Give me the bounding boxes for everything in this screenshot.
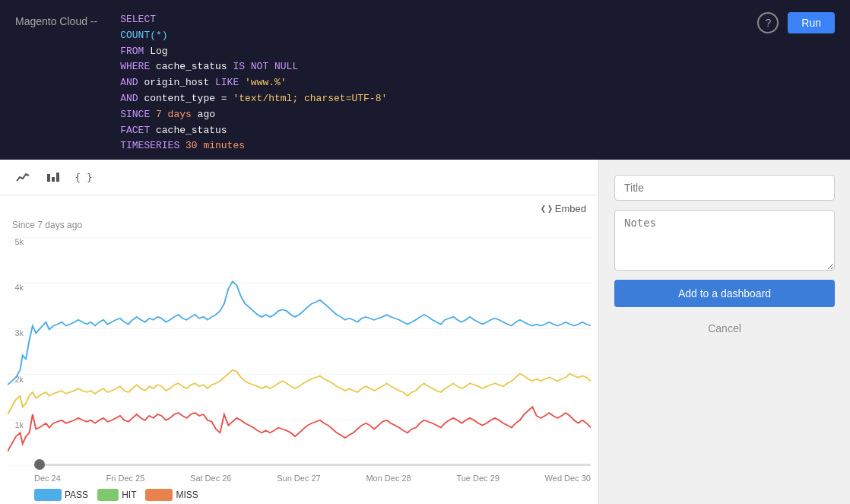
legend-miss-label: MISS (176, 490, 198, 500)
legend-miss-color (145, 489, 173, 501)
x-label-dec28: Mon Dec 28 (366, 474, 411, 483)
embed-button[interactable]: Embed (541, 203, 586, 214)
notes-textarea[interactable] (614, 210, 835, 271)
add-dashboard-button[interactable]: Add to a dashboard (614, 280, 835, 307)
x-label-dec27: Sun Dec 27 (277, 474, 320, 483)
legend-pass-color (34, 489, 62, 501)
scrubber-handle[interactable] (34, 459, 45, 470)
legend-hit-label: HIT (122, 490, 136, 500)
run-button[interactable]: Run (788, 12, 835, 33)
toolbar-actions: ? Run (757, 12, 835, 33)
x-label-dec25: Fri Dec 25 (106, 474, 145, 483)
chart-visualization (8, 237, 591, 466)
scrubber-track (34, 464, 591, 466)
chart-area: Embed Since 7 days ago 5k 4k 3k 2k 1k (0, 195, 598, 504)
legend-item-pass: PASS (34, 489, 88, 501)
embed-label: Embed (555, 203, 586, 214)
legend-hit-color (97, 489, 119, 501)
svg-rect-1 (52, 177, 55, 182)
x-label-dec29: Tue Dec 29 (456, 474, 499, 483)
account-title: Magento Cloud -- (15, 12, 97, 27)
since-label: Since 7 days ago (12, 220, 82, 230)
x-label-dec26: Sat Dec 26 (190, 474, 231, 483)
x-axis-labels: Dec 24 Fri Dec 25 Sat Dec 26 Sun Dec 27 … (34, 474, 591, 483)
svg-rect-2 (56, 173, 59, 182)
query-editor-bar: Magento Cloud -- SELECT COUNT(*)FROM Log… (0, 0, 850, 160)
chart-toolbar: { } (0, 160, 598, 195)
chart-svg-container (8, 237, 591, 466)
chart-panel: { } Embed Since 7 days ago 5k 4k 3k 2k 1… (0, 160, 599, 504)
chart-legend: PASS HIT MISS (34, 489, 198, 501)
legend-item-hit: HIT (97, 489, 136, 501)
title-input[interactable] (614, 175, 835, 201)
sql-editor: SELECT COUNT(*)FROM LogWHERE cache_statu… (120, 12, 835, 154)
legend-pass-label: PASS (65, 490, 88, 500)
x-label-dec24: Dec 24 (34, 474, 61, 483)
x-label-dec30: Wed Dec 30 (545, 474, 591, 483)
bar-chart-button[interactable] (40, 166, 67, 189)
help-button[interactable]: ? (757, 12, 779, 33)
dashboard-sidebar: Add to a dashboard Cancel (599, 160, 850, 504)
svg-rect-0 (47, 174, 50, 182)
cancel-button[interactable]: Cancel (614, 316, 835, 341)
legend-item-miss: MISS (145, 489, 198, 501)
main-content: { } Embed Since 7 days ago 5k 4k 3k 2k 1… (0, 160, 850, 504)
code-view-button[interactable]: { } (70, 166, 97, 189)
line-chart-button[interactable] (9, 166, 36, 189)
chart-scrubber[interactable] (34, 460, 591, 469)
